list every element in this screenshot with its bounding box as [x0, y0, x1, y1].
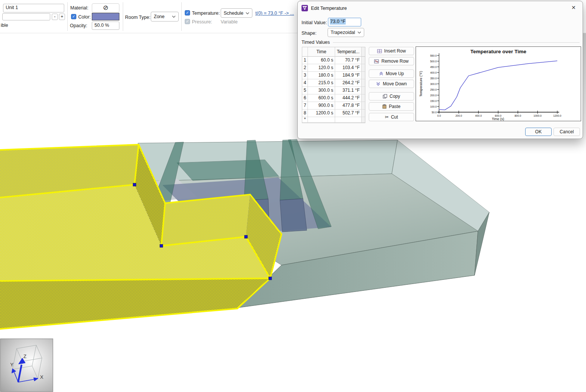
- app-icon: V: [302, 5, 308, 11]
- time-cell[interactable]: 900.0 s: [308, 102, 335, 110]
- temperature-cell[interactable]: 184.9 °F: [335, 72, 362, 79]
- zone-handle[interactable]: [160, 244, 163, 247]
- copy-button[interactable]: Copy: [369, 92, 414, 100]
- axis-gizmo: Z Y X: [0, 339, 53, 392]
- color-checkbox[interactable]: [71, 14, 76, 19]
- svg-text:150.0: 150.0: [430, 100, 437, 102]
- decrement-button[interactable]: -: [52, 14, 58, 20]
- table-row: 4215.0 s264.2 °F: [302, 79, 365, 87]
- time-cell[interactable]: 215.0 s: [308, 79, 335, 87]
- zone-handle[interactable]: [133, 183, 136, 186]
- toolbar-separator: [67, 2, 68, 31]
- remove-row-button[interactable]: Remove Row: [369, 57, 414, 65]
- time-column-header[interactable]: Time: [308, 47, 335, 57]
- color-swatch[interactable]: [92, 13, 119, 20]
- svg-text:1200.0: 1200.0: [553, 114, 561, 117]
- cut-button[interactable]: ✂ Cut: [369, 113, 414, 121]
- temperature-cell[interactable]: 70.7 °F: [335, 57, 362, 64]
- time-cell[interactable]: 180.0 s: [308, 72, 335, 79]
- temperature-column-header[interactable]: Temperat...: [335, 47, 362, 57]
- svg-text:1000.0: 1000.0: [533, 114, 542, 117]
- gizmo-x-label: X: [40, 374, 43, 380]
- svg-text:400.0: 400.0: [475, 114, 482, 117]
- temperature-schedule-link[interactable]: t(0) = 73.0 °F -> ...: [255, 11, 294, 16]
- copy-icon: [383, 94, 387, 99]
- zone-handle[interactable]: [269, 277, 272, 280]
- zone-handle[interactable]: [244, 235, 247, 238]
- remove-row-icon: [374, 59, 379, 63]
- temperature-cell[interactable]: [335, 117, 362, 123]
- table-row: 6600.0 s444.2 °F: [302, 94, 365, 102]
- room-type-label: Room Type:: [125, 15, 150, 20]
- gizmo-y-label: Y: [10, 362, 14, 367]
- temperature-chart: Temperature over Time Temperature (°F) T…: [416, 46, 581, 121]
- svg-text:500.0: 500.0: [430, 60, 437, 63]
- table-scrollbar[interactable]: [362, 57, 365, 64]
- temperature-label: Temperature:: [192, 11, 220, 16]
- temperature-cell[interactable]: 444.2 °F: [335, 94, 362, 102]
- timed-values-group: Timed Values: [302, 40, 580, 45]
- paste-icon: [382, 104, 387, 109]
- temperature-cell[interactable]: 371.1 °F: [335, 87, 362, 94]
- paste-button[interactable]: Paste: [369, 102, 414, 111]
- chart-title: Temperature over Time: [470, 49, 527, 54]
- svg-text:550.0: 550.0: [430, 54, 437, 57]
- table-row: 3180.0 s184.9 °F: [302, 72, 365, 79]
- initial-value-label: Initial Value:: [302, 20, 327, 25]
- increment-button[interactable]: +: [59, 14, 65, 20]
- visible-label: ible: [1, 23, 8, 28]
- chart-xlabel: Time (s): [492, 117, 504, 121]
- material-label: Material:: [70, 5, 88, 11]
- temperature-cell[interactable]: 477.8 °F: [335, 102, 362, 110]
- time-cell[interactable]: 1200.0 s: [308, 110, 335, 117]
- temperature-mode-select[interactable]: Schedule: [221, 8, 252, 18]
- temperature-cell[interactable]: 264.2 °F: [335, 79, 362, 87]
- opacity-label: Opacity:: [70, 23, 87, 28]
- table-header-row: Time Temperat...: [302, 47, 365, 57]
- insert-row-icon: [377, 49, 382, 53]
- svg-text:100.0: 100.0: [430, 105, 437, 108]
- timed-values-table[interactable]: Time Temperat... 160.0 s70.7 °F 2120.0 s…: [302, 47, 365, 123]
- cut-icon: ✂: [385, 114, 389, 120]
- svg-text:200.0: 200.0: [455, 114, 462, 117]
- table-row: 81200.0 s502.7 °F: [302, 110, 365, 117]
- table-row: 2120.0 s103.4 °F: [302, 64, 365, 72]
- initial-value-input[interactable]: 73.0 °F: [328, 18, 361, 26]
- close-icon[interactable]: ✕: [571, 5, 576, 11]
- svg-text:800.0: 800.0: [515, 114, 521, 117]
- move-up-icon: [379, 72, 383, 76]
- time-cell[interactable]: 60.0 s: [308, 57, 335, 64]
- shape-label: Shape:: [302, 31, 317, 36]
- chevron-down-icon: [357, 31, 361, 34]
- svg-text:300.0: 300.0: [430, 83, 437, 85]
- material-button[interactable]: ⊘: [92, 3, 119, 12]
- edit-temperature-dialog: V Edit Temperature ✕ Initial Value: 73.0…: [297, 1, 583, 139]
- move-down-button[interactable]: Move Down: [369, 80, 414, 88]
- room-type-select[interactable]: Zone: [151, 12, 179, 22]
- toolbar-separator: [123, 2, 123, 31]
- temperature-cell[interactable]: 103.4 °F: [335, 64, 362, 72]
- teal-wall-3-base: [280, 199, 307, 232]
- toolbar-separator: [181, 2, 182, 31]
- temperature-cell[interactable]: 502.7 °F: [335, 110, 362, 117]
- opacity-input[interactable]: 50.0 %: [92, 22, 119, 30]
- no-material-icon: ⊘: [103, 4, 108, 11]
- ok-button[interactable]: OK: [525, 128, 552, 136]
- chevron-down-icon: [246, 12, 249, 14]
- cancel-button[interactable]: Cancel: [554, 128, 580, 136]
- time-cell[interactable]: 300.0 s: [308, 87, 335, 94]
- svg-text:350.0: 350.0: [430, 77, 437, 80]
- move-up-button[interactable]: Move Up: [369, 69, 414, 78]
- pressure-label: Pressure:: [192, 19, 212, 25]
- unit-name-input[interactable]: Unit 1: [3, 4, 64, 12]
- time-cell[interactable]: [308, 117, 335, 123]
- pressure-checkbox: [185, 19, 190, 24]
- svg-text:200.0: 200.0: [430, 94, 437, 97]
- shape-select[interactable]: Trapezoidal: [328, 28, 364, 37]
- svg-text:450.0: 450.0: [430, 66, 437, 68]
- time-cell[interactable]: 600.0 s: [308, 94, 335, 102]
- secondary-value-input[interactable]: [2, 13, 50, 20]
- time-cell[interactable]: 120.0 s: [308, 64, 335, 72]
- insert-row-button[interactable]: Insert Row: [369, 47, 414, 55]
- temperature-checkbox[interactable]: [185, 10, 190, 15]
